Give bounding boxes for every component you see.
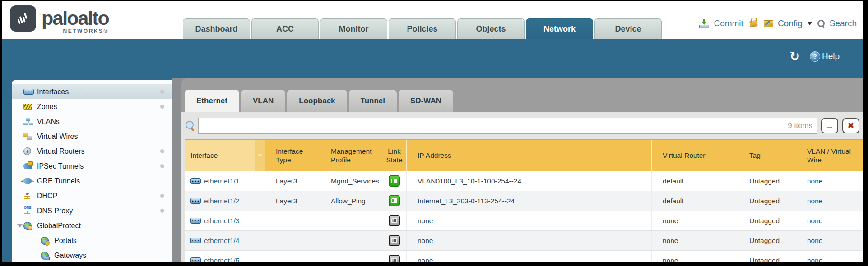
expander-icon[interactable] — [16, 222, 23, 229]
column-header-tag[interactable]: Tag — [738, 140, 796, 171]
link-state-icon[interactable] — [389, 195, 400, 206]
refresh-icon[interactable]: ↻ — [789, 50, 800, 62]
interface-link[interactable]: ethernet1/5 — [204, 257, 239, 263]
sidebar-item-dhcp[interactable]: DHCP — [12, 188, 172, 203]
sidebar-item-virtual-wires[interactable]: Virtual Wires — [12, 129, 172, 144]
interfaces-table: Interface Interface Type Management Prof… — [185, 139, 863, 262]
interface-link[interactable]: ethernet1/3 — [204, 217, 239, 225]
status-dot — [160, 149, 164, 153]
sidebar-item-gateways[interactable]: Gateways — [12, 248, 172, 262]
logo-bars-icon — [15, 10, 31, 27]
link-state-icon[interactable] — [389, 175, 400, 187]
interface-type-tabs: EthernetVLANLoopbackTunnelSD-WAN — [181, 78, 863, 112]
clear-filter-button[interactable]: ✖ — [842, 118, 859, 133]
sidebar-item-interfaces[interactable]: Interfaces — [12, 84, 172, 99]
green-arrow-icon: → — [825, 121, 834, 130]
expander-icon[interactable] — [16, 193, 23, 200]
main-nav-tabs: DashboardACCMonitorPoliciesObjectsNetwor… — [183, 18, 662, 39]
filter-search-icon[interactable] — [185, 120, 195, 131]
nav-tab-objects[interactable]: Objects — [457, 18, 525, 39]
sidebar-item-virtual-routers[interactable]: Virtual Routers — [12, 144, 172, 159]
expander-icon[interactable] — [16, 163, 23, 170]
interface-link[interactable]: ethernet1/2 — [204, 197, 239, 205]
sidebar-item-gre-tunnels[interactable]: GRE Tunnels — [12, 174, 172, 188]
help-button[interactable]: ? Help — [810, 51, 840, 62]
virtual-routers-icon — [23, 147, 31, 155]
nav-tab-monitor[interactable]: Monitor — [320, 18, 387, 39]
column-header-vlan-virtual-wire[interactable]: VLAN / Virtual Wire — [796, 140, 863, 171]
subtab-vlan[interactable]: VLAN — [241, 90, 285, 112]
cell-virtual-router: default — [652, 171, 738, 191]
sidebar-item-zones[interactable]: Zones — [12, 99, 172, 114]
cell-interface-type: Layer3 — [265, 191, 320, 211]
expander-icon[interactable] — [16, 103, 23, 110]
sort-dropdown-icon[interactable] — [255, 140, 265, 171]
expander-icon[interactable] — [16, 133, 23, 140]
window-frame: paloalto NETWORKS® DashboardACCMonitorPo… — [0, 0, 868, 266]
teal-band: ↻ ? Help — [2, 39, 863, 78]
status-dot — [160, 194, 164, 198]
paloalto-logo-icon — [10, 5, 36, 32]
link-state-icon[interactable] — [389, 255, 400, 262]
utilities-bar: Commit Config Search — [699, 18, 857, 28]
expander-icon[interactable] — [16, 207, 23, 215]
cell-ip-address: Internet_L3_203-0-113-254--24 — [407, 191, 652, 211]
main-area: EthernetVLANLoopbackTunnelSD-WAN 9 items… — [172, 78, 863, 262]
status-dot — [160, 105, 164, 109]
ethernet-interface-icon — [190, 257, 201, 262]
link-state-icon[interactable] — [389, 215, 400, 226]
column-header-ip-address[interactable]: IP Address — [407, 140, 652, 171]
nav-tab-device[interactable]: Device — [594, 18, 662, 39]
expander-icon[interactable] — [16, 148, 23, 155]
sidebar-item-ipsec-tunnels[interactable]: IPSec Tunnels — [12, 159, 172, 174]
cell-virtual-router: none — [652, 251, 738, 262]
apply-filter-button[interactable]: → — [821, 118, 838, 133]
cell-tag: Untagged — [738, 191, 796, 211]
nav-tab-acc[interactable]: ACC — [251, 18, 319, 39]
nav-tab-network[interactable]: Network — [526, 18, 593, 39]
brand-subname: NETWORKS® — [63, 28, 109, 34]
commit-button[interactable]: Commit — [714, 18, 743, 28]
expander-icon[interactable] — [16, 118, 23, 125]
search-button[interactable]: Search — [830, 18, 857, 28]
subtab-loopback[interactable]: Loopback — [287, 90, 347, 112]
sidebar-item-globalprotect[interactable]: GlobalProtect — [12, 218, 172, 233]
cell-virtual-router: none — [652, 211, 738, 230]
config-button[interactable]: Config — [778, 18, 803, 28]
sidebar-item-vlans[interactable]: VLANs — [12, 114, 172, 129]
interface-link[interactable]: ethernet1/4 — [204, 237, 239, 245]
status-dot — [160, 164, 164, 168]
filter-input[interactable] — [198, 118, 817, 134]
cell-vlan-virtual-wire: none — [796, 171, 863, 191]
column-header-interface[interactable]: Interface — [185, 140, 265, 171]
vlans-icon — [23, 118, 33, 125]
expander-icon[interactable] — [16, 88, 23, 96]
ethernet-interface-icon — [190, 178, 201, 184]
table-row: ethernet1/2 Layer3 Allow_Ping Internet_L… — [185, 191, 863, 211]
ethernet-interface-icon — [190, 238, 201, 243]
cell-ip-address: none — [407, 251, 652, 262]
lock-icon[interactable] — [749, 20, 757, 27]
cell-interface-type: Layer3 — [265, 171, 320, 191]
sidebar-item-portals[interactable]: Portals — [12, 233, 172, 248]
subtab-sd-wan[interactable]: SD-WAN — [399, 90, 453, 112]
cell-management-profile — [320, 251, 382, 262]
column-header-management-profile[interactable]: Management Profile — [320, 140, 382, 171]
subtab-ethernet[interactable]: Ethernet — [185, 90, 239, 112]
status-dot — [160, 209, 164, 213]
link-state-icon[interactable] — [389, 235, 400, 246]
subtab-tunnel[interactable]: Tunnel — [349, 90, 397, 112]
dhcp-icon — [23, 192, 32, 200]
column-header-virtual-router[interactable]: Virtual Router — [652, 140, 738, 171]
cell-vlan-virtual-wire: none — [796, 211, 863, 230]
table-row: ethernet1/4 none none Untagged none — [185, 231, 863, 251]
sidebar-item-dns-proxy[interactable]: DNS Proxy — [12, 203, 172, 218]
interface-link[interactable]: ethernet1/1 — [204, 177, 239, 185]
column-header-link-state[interactable]: Link State — [382, 140, 407, 171]
nav-tab-policies[interactable]: Policies — [389, 18, 456, 39]
red-x-icon: ✖ — [847, 121, 854, 130]
nav-tab-dashboard[interactable]: Dashboard — [183, 18, 250, 39]
column-header-interface-type[interactable]: Interface Type — [265, 140, 320, 171]
config-caret-down-icon[interactable] — [807, 22, 812, 25]
table-row: ethernet1/1 Layer3 Mgmt_Services VLAN010… — [185, 171, 863, 191]
